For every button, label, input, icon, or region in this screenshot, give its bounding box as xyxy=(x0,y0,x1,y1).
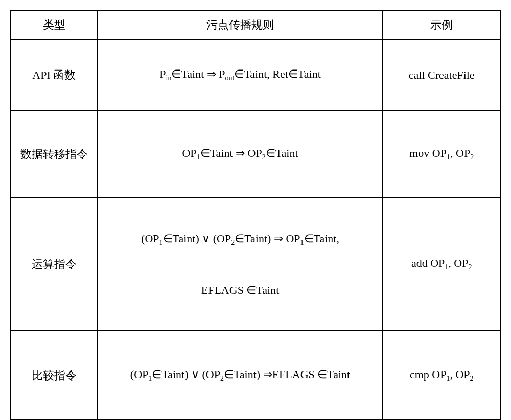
cell-example: cmp OP1, OP2 xyxy=(383,331,500,420)
table-row: 运算指令 (OP1∈Taint) ∨ (OP2∈Taint) ⇒ OP1∈Tai… xyxy=(11,198,500,331)
cell-type: 数据转移指令 xyxy=(11,111,98,198)
cell-example: mov OP1, OP2 xyxy=(383,111,500,198)
header-example: 示例 xyxy=(383,11,500,39)
cell-type: 运算指令 xyxy=(11,198,98,331)
cell-rule: OP1∈Taint ⇒ OP2∈Taint xyxy=(98,111,383,198)
header-rule: 污点传播规则 xyxy=(98,11,383,39)
cell-example: add OP1, OP2 xyxy=(383,198,500,331)
taint-rules-table: 类型 污点传播规则 示例 API 函数 Pin∈Taint ⇒ Pout∈Tai… xyxy=(10,10,501,420)
cell-rule: (OP1∈Taint) ∨ (OP2∈Taint) ⇒EFLAGS ∈Taint xyxy=(98,331,383,420)
table-row: 比较指令 (OP1∈Taint) ∨ (OP2∈Taint) ⇒EFLAGS ∈… xyxy=(11,331,500,420)
table-row: API 函数 Pin∈Taint ⇒ Pout∈Taint, Ret∈Taint… xyxy=(11,39,500,111)
cell-example: call CreateFile xyxy=(383,39,500,111)
cell-rule: Pin∈Taint ⇒ Pout∈Taint, Ret∈Taint xyxy=(98,39,383,111)
header-row: 类型 污点传播规则 示例 xyxy=(11,11,500,39)
rule-line: (OP1∈Taint) ∨ (OP2∈Taint) ⇒ OP1∈Taint, xyxy=(102,229,379,249)
rule-line: EFLAGS ∈Taint xyxy=(102,281,379,299)
cell-type: API 函数 xyxy=(11,39,98,111)
table-row: 数据转移指令 OP1∈Taint ⇒ OP2∈Taint mov OP1, OP… xyxy=(11,111,500,198)
cell-rule: (OP1∈Taint) ∨ (OP2∈Taint) ⇒ OP1∈Taint, E… xyxy=(98,198,383,331)
cell-type: 比较指令 xyxy=(11,331,98,420)
header-type: 类型 xyxy=(11,11,98,39)
